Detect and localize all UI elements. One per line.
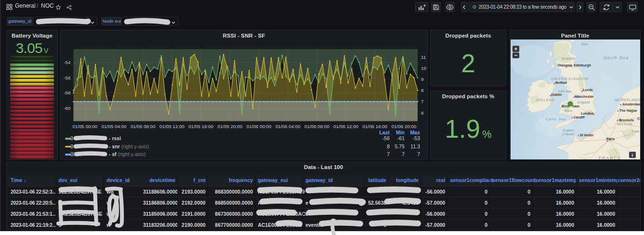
svg-text:England: England: [578, 101, 591, 104]
svg-text:Luxe: Luxe: [632, 130, 639, 133]
svg-text:St Helier: St Helier: [580, 133, 594, 137]
svg-text:English: English: [563, 129, 574, 132]
svg-text:Brussels: Brussels: [619, 118, 634, 122]
svg-text:Cardiff: Cardiff: [574, 115, 585, 119]
svg-text:Manchester: Manchester: [575, 94, 594, 99]
svg-text:BELGIUM: BELGIUM: [617, 122, 632, 126]
svg-text:The Hague: The Hague: [619, 108, 637, 113]
svg-text:UNITED KINGDOM: UNITED KINGDOM: [551, 77, 589, 80]
svg-text:Celtic Sea: Celtic Sea: [546, 117, 566, 121]
svg-text:Sea: Sea: [581, 42, 588, 46]
svg-text:IRELAND: IRELAND: [536, 98, 555, 102]
svg-text:Edinburgh: Edinburgh: [574, 63, 591, 67]
svg-text:Amsterdam: Amsterdam: [622, 102, 641, 106]
svg-text:Belfast: Belfast: [555, 80, 567, 85]
svg-text:Scotland: Scotland: [562, 57, 575, 60]
svg-text:NETHERLANDS: NETHERLANDS: [615, 98, 641, 102]
svg-text:Co: Co: [637, 117, 641, 121]
svg-text:Dublin: Dublin: [551, 92, 562, 97]
svg-text:Wales: Wales: [565, 109, 573, 112]
svg-text:Paris: Paris: [606, 137, 615, 141]
svg-text:Leeds: Leeds: [583, 88, 593, 92]
svg-text:Glasgow: Glasgow: [558, 63, 572, 67]
svg-text:ham: ham: [572, 104, 579, 108]
svg-text:Channel: Channel: [562, 132, 575, 136]
svg-text:North Sea: North Sea: [604, 55, 629, 60]
svg-text:FRANCE: FRANCE: [599, 156, 621, 160]
